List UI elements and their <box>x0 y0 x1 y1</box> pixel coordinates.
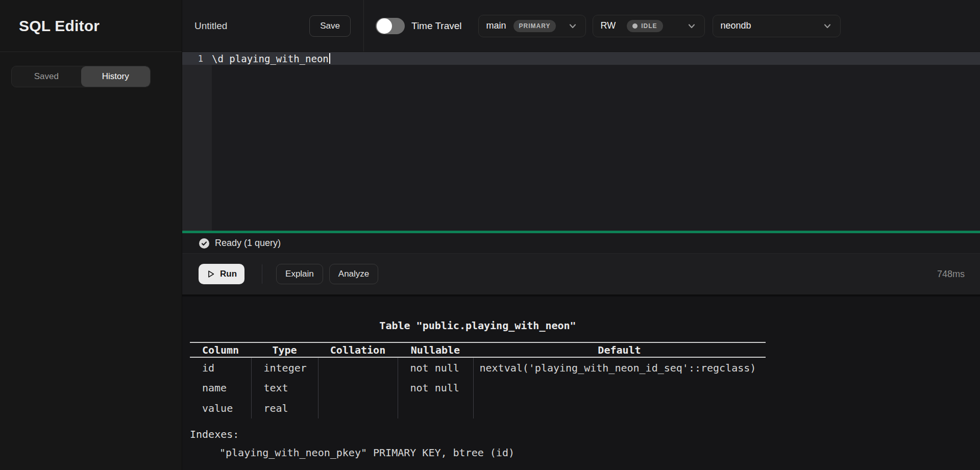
save-button[interactable]: Save <box>309 15 351 37</box>
cell-default <box>473 398 766 418</box>
check-circle-icon <box>199 238 209 249</box>
cell-nullable <box>398 398 473 418</box>
query-toolbar: Run Explain Analyze 748ms <box>182 254 980 294</box>
sidebar-header: SQL Editor <box>0 0 182 52</box>
app-title: SQL Editor <box>19 17 100 35</box>
run-button-label: Run <box>220 269 237 279</box>
indexes-label: Indexes: <box>190 425 766 443</box>
topbar: Untitled Save Time Travel main PRIMARY R… <box>182 0 980 52</box>
status-message: Ready (1 query) <box>215 238 281 249</box>
cell-type: integer <box>251 357 318 378</box>
column-header: Nullable <box>398 342 473 357</box>
chevron-down-icon <box>822 21 832 31</box>
cell-type: text <box>251 378 318 398</box>
chevron-down-icon <box>687 21 697 31</box>
topbar-divider <box>363 0 364 52</box>
status-dot-icon <box>632 23 638 29</box>
cell-column: value <box>190 398 251 418</box>
cell-default: nextval('playing_with_neon_id_seq'::regc… <box>473 357 766 378</box>
toggle-knob-icon <box>377 18 392 34</box>
compute-status-text: IDLE <box>641 22 657 30</box>
database-name: neondb <box>721 20 751 31</box>
branch-select[interactable]: main PRIMARY <box>478 15 586 37</box>
cell-default <box>473 378 766 398</box>
result-table-title: Table "public.playing_with_neon" <box>190 319 766 332</box>
cell-column: name <box>190 378 251 398</box>
line-number: 1 <box>182 54 212 64</box>
psql-output: Table "public.playing_with_neon" ColumnT… <box>190 319 766 462</box>
cell-collation <box>318 357 398 378</box>
editor-gutter <box>182 52 212 231</box>
cell-nullable: not null <box>398 357 473 378</box>
compute-select[interactable]: RW IDLE <box>593 15 705 37</box>
column-header: Type <box>251 342 318 357</box>
saved-history-switcher: Saved History <box>11 66 151 87</box>
cell-collation <box>318 378 398 398</box>
cell-nullable: not null <box>398 378 473 398</box>
run-button[interactable]: Run <box>199 264 244 284</box>
cell-column: id <box>190 357 251 378</box>
indexes-list: "playing_with_neon_pkey" PRIMARY KEY, bt… <box>190 443 766 462</box>
database-select[interactable]: neondb <box>713 15 841 37</box>
time-travel-toggle[interactable] <box>376 18 405 34</box>
tab-saved[interactable]: Saved <box>12 66 81 87</box>
branch-name: main <box>486 20 506 31</box>
text-cursor <box>329 53 330 64</box>
tab-history-label: History <box>102 71 129 82</box>
column-header: Collation <box>318 342 398 357</box>
compute-name: RW <box>601 20 616 31</box>
table-row: id integer not null nextval('playing_wit… <box>190 357 766 378</box>
query-duration: 748ms <box>937 269 965 280</box>
results-panel: Table "public.playing_with_neon" ColumnT… <box>182 294 980 470</box>
column-header: Default <box>473 342 766 357</box>
table-row: value real <box>190 398 766 418</box>
sidebar: SQL Editor Saved History <box>0 0 182 470</box>
result-table-head: ColumnTypeCollationNullableDefault <box>190 342 766 357</box>
play-icon <box>206 269 215 279</box>
header-row: ColumnTypeCollationNullableDefault <box>190 342 766 357</box>
statusbar: Ready (1 query) <box>182 233 980 254</box>
compute-status-badge: IDLE <box>627 20 663 32</box>
index-line: "playing_with_neon_pkey" PRIMARY KEY, bt… <box>190 443 766 462</box>
chevron-down-icon <box>568 21 578 31</box>
result-table-body: id integer not null nextval('playing_wit… <box>190 357 766 418</box>
query-title[interactable]: Untitled <box>194 20 227 32</box>
cell-type: real <box>251 398 318 418</box>
time-travel-label: Time Travel <box>411 20 462 32</box>
tab-history[interactable]: History <box>81 66 151 87</box>
result-table: ColumnTypeCollationNullableDefault id in… <box>190 342 766 418</box>
table-row: name text not null <box>190 378 766 398</box>
query-title-group: Untitled Save <box>182 0 363 52</box>
column-header: Column <box>190 342 251 357</box>
code-text: \d playing_with_neon <box>212 53 329 64</box>
sql-editor-area[interactable]: 1 \d playing_with_neon <box>182 52 980 231</box>
cell-collation <box>318 398 398 418</box>
tab-saved-label: Saved <box>34 71 59 82</box>
editor-active-line[interactable]: 1 \d playing_with_neon <box>182 52 980 65</box>
explain-button[interactable]: Explain <box>276 264 323 284</box>
main-panel: Untitled Save Time Travel main PRIMARY R… <box>182 0 980 470</box>
toolbar-divider <box>262 264 262 284</box>
analyze-button[interactable]: Analyze <box>329 264 378 284</box>
branch-primary-badge: PRIMARY <box>513 20 556 32</box>
